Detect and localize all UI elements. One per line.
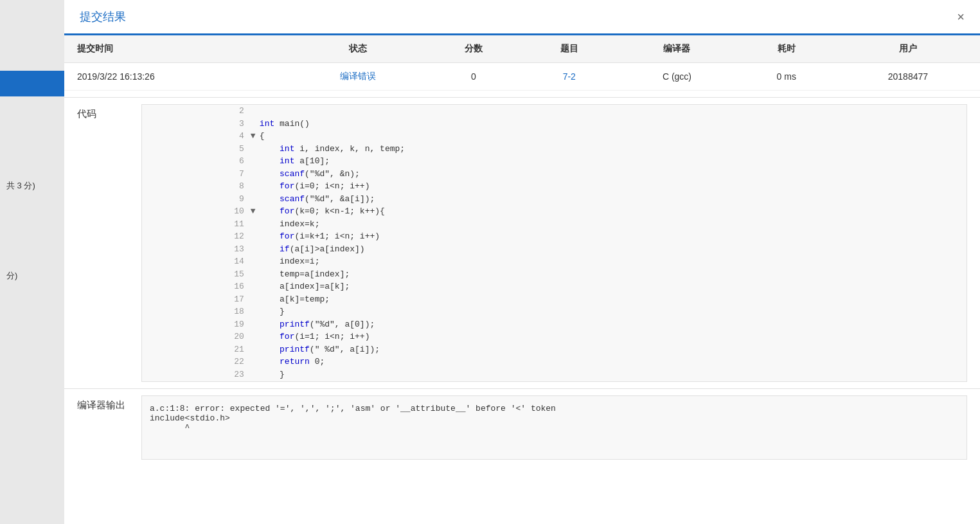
line-number: 16 (142, 280, 249, 293)
table-row: 2019/3/22 16:13:26 编译错误 0 7-2 C (gcc) 0 … (64, 63, 980, 91)
line-number: 12 (142, 230, 249, 243)
sidebar-text2: 分) (6, 270, 17, 282)
code-line: 8 for(i=0; i<n; i++) (142, 180, 967, 193)
line-code: } (257, 305, 967, 318)
line-number: 15 (142, 268, 249, 281)
cell-time: 0 ms (737, 63, 836, 91)
compiler-label: 编译器输出 (64, 389, 141, 466)
line-number: 6 (142, 155, 249, 168)
line-arrow (249, 343, 257, 356)
line-arrow (249, 330, 257, 343)
problem-link[interactable]: 7-2 (563, 71, 576, 82)
line-arrow (249, 368, 257, 381)
line-number: 2 (142, 105, 249, 118)
code-line: 23 } (142, 368, 967, 381)
col-submit-time: 提交时间 (64, 35, 290, 63)
col-problem: 题目 (521, 35, 617, 63)
code-table: 23int main()4▼{5 int i, index, k, n, tem… (142, 105, 967, 381)
line-arrow (249, 268, 257, 281)
line-code: printf("%d", a[0]); (257, 318, 967, 331)
col-score: 分数 (425, 35, 521, 63)
line-number: 24 (142, 381, 249, 381)
line-number: 19 (142, 318, 249, 331)
compiler-output: a.c:1:8: error: expected '=', ',', ';', … (141, 395, 967, 460)
code-line: 17 a[k]=temp; (142, 293, 967, 306)
line-arrow (249, 318, 257, 331)
code-line: 21 printf(" %d", a[i]); (142, 343, 967, 356)
line-number: 9 (142, 193, 249, 206)
line-arrow (249, 155, 257, 168)
code-line: 19 printf("%d", a[0]); (142, 318, 967, 331)
line-code: a[index]=a[k]; (257, 280, 967, 293)
line-code: for(k=0; k<n-1; k++){ (257, 205, 967, 218)
code-section: 代码 23int main()4▼{5 int i, index, k, n, … (64, 97, 980, 388)
line-code: for(i=1; i<n; i++) (257, 330, 967, 343)
col-compiler: 编译器 (617, 35, 736, 63)
code-line: 13 if(a[i]>a[index]) (142, 243, 967, 256)
code-line: 9 scanf("%d", &a[i]); (142, 193, 967, 206)
line-arrow (249, 193, 257, 206)
line-number: 17 (142, 293, 249, 306)
cell-status[interactable]: 编译错误 (290, 63, 425, 91)
cell-problem[interactable]: 7-2 (521, 63, 617, 91)
code-line: 7 scanf("%d", &n); (142, 168, 967, 181)
line-arrow (249, 118, 257, 131)
code-line: 5 int i, index, k, n, temp; (142, 143, 967, 156)
code-line: 4▼{ (142, 130, 967, 143)
line-code: scanf("%d", &a[i]); (257, 193, 967, 206)
modal-header: 提交结果 × (64, 0, 980, 35)
line-number: 4 (142, 130, 249, 143)
line-arrow (249, 305, 257, 318)
line-arrow: ▼ (249, 205, 257, 218)
line-code: int main() (257, 118, 967, 131)
line-arrow (249, 168, 257, 181)
line-arrow (249, 105, 257, 118)
status-error-link[interactable]: 编译错误 (340, 71, 376, 81)
line-code: { (257, 130, 967, 143)
code-line: 2 (142, 105, 967, 118)
code-area: 23int main()4▼{5 int i, index, k, n, tem… (141, 104, 967, 382)
result-table: 提交时间 状态 分数 题目 编译器 耗时 用户 2019/3/22 16:13:… (64, 35, 980, 91)
line-number: 13 (142, 243, 249, 256)
line-arrow: ▼ (249, 130, 257, 143)
compiler-section: 编译器输出 a.c:1:8: error: expected '=', ',',… (64, 388, 980, 466)
close-button[interactable]: × (957, 10, 965, 23)
line-code: } (257, 368, 967, 381)
line-arrow (249, 230, 257, 243)
code-line: 20 for(i=1; i<n; i++) (142, 330, 967, 343)
line-code: printf(" %d", a[i]); (257, 343, 967, 356)
code-line: 6 int a[10]; (142, 155, 967, 168)
line-arrow (249, 255, 257, 268)
line-arrow (249, 218, 257, 231)
code-line: 24 (142, 381, 967, 381)
cell-submit-time: 2019/3/22 16:13:26 (64, 63, 290, 91)
line-code (257, 381, 967, 381)
code-label: 代码 (64, 98, 141, 388)
sidebar-bar (0, 71, 64, 96)
left-sidebar: 共 3 分) 分) (0, 0, 64, 524)
line-number: 23 (142, 368, 249, 381)
line-number: 8 (142, 180, 249, 193)
line-number: 21 (142, 343, 249, 356)
line-code: for(i=0; i<n; i++) (257, 180, 967, 193)
code-line: 16 a[index]=a[k]; (142, 280, 967, 293)
line-arrow (249, 180, 257, 193)
line-code: scanf("%d", &n); (257, 168, 967, 181)
line-code: if(a[i]>a[index]) (257, 243, 967, 256)
code-line: 14 index=i; (142, 255, 967, 268)
line-code: int a[10]; (257, 155, 967, 168)
cell-user: 20188477 (836, 63, 980, 91)
code-scroll[interactable]: 23int main()4▼{5 int i, index, k, n, tem… (142, 105, 967, 381)
line-arrow (249, 356, 257, 368)
code-line: 10▼ for(k=0; k<n-1; k++){ (142, 205, 967, 218)
cell-score: 0 (425, 63, 521, 91)
line-code: index=k; (257, 218, 967, 231)
col-status: 状态 (290, 35, 425, 63)
submit-result-modal: 提交结果 × 提交时间 状态 分数 题目 编译器 耗时 用户 2019/3/22… (64, 0, 980, 524)
code-line: 22 return 0; (142, 356, 967, 368)
code-line: 11 index=k; (142, 218, 967, 231)
col-time: 耗时 (737, 35, 836, 63)
line-number: 20 (142, 330, 249, 343)
line-code: temp=a[index]; (257, 268, 967, 281)
line-arrow (249, 243, 257, 256)
